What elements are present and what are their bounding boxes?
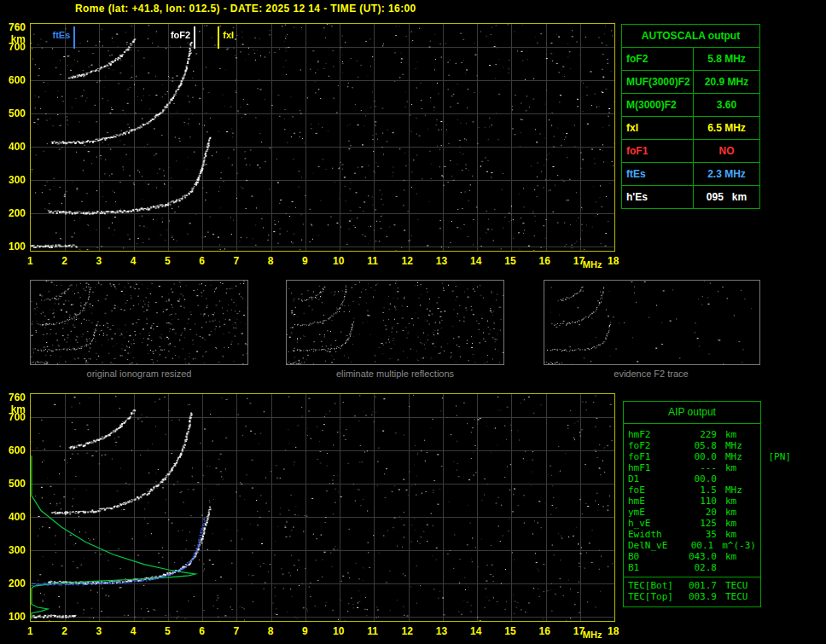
x-tick-label: 8 — [268, 255, 274, 267]
autoscala-row-label: fxI — [622, 117, 694, 139]
autoscala-row-value: 5.8 MHz — [694, 48, 759, 70]
aip-row-foF1: foF1 00.0 MHz [PN] — [624, 451, 760, 462]
x-tick-label: 4 — [131, 255, 137, 267]
aip-value: 00.1 — [679, 540, 713, 551]
autoscala-row-value: 3.60 — [694, 94, 759, 116]
aip-row-foF2: foF2 05.8 MHz — [624, 440, 760, 451]
x-tick-label: 8 — [268, 625, 274, 637]
aip-row-TEC-top: TEC[Top] 003.9 TECU — [624, 591, 760, 602]
y-tick-label: 100 — [3, 241, 26, 252]
autoscala-row-foF2: foF2 5.8 MHz — [622, 47, 759, 70]
autoscala-row-m3000f2: M(3000)F2 3.60 — [622, 93, 759, 116]
y-tick-label: 500 — [3, 478, 26, 490]
x-tick-label: 11 — [367, 625, 378, 637]
aip-label: ymE — [628, 507, 681, 518]
page-title: Rome (lat: +41.8, lon: 012.5) - DATE: 20… — [75, 3, 416, 15]
x-tick-label: 12 — [402, 625, 413, 637]
autoscala-row-label: foF1 — [622, 140, 694, 162]
x-tick-label: 6 — [199, 255, 205, 267]
autoscala-row-label: foF2 — [622, 48, 694, 70]
y-tick-label: 500 — [3, 107, 26, 119]
thumbnail-eliminate-reflections — [286, 280, 504, 365]
autoscala-panel: AUTOSCALA output foF2 5.8 MHz MUF(3000)F… — [621, 24, 760, 209]
aip-unit: km — [725, 518, 736, 529]
x-tick-label: 10 — [333, 255, 344, 267]
aip-value: 003.9 — [681, 591, 717, 602]
autoscala-row-label: M(3000)F2 — [622, 94, 694, 116]
aip-title: AIP output — [624, 402, 760, 424]
y-tick-label: 760 — [3, 21, 26, 33]
x-tick-label: 1 — [27, 625, 33, 637]
aip-unit: MHz — [725, 484, 742, 496]
y-axis-unit: km — [3, 33, 26, 45]
autoscala-row-value: 095 km — [694, 186, 759, 208]
x-tick-label: 1 — [27, 255, 33, 267]
aip-label: foE — [628, 484, 681, 496]
y-tick-label: 200 — [3, 207, 26, 219]
x-tick-label: 18 — [608, 625, 619, 637]
autoscala-row-muf3000f2: MUF(3000)F2 20.9 MHz — [622, 70, 759, 93]
aip-unit: km — [725, 507, 736, 518]
aip-row-hmF1: hmF1 --- km — [624, 462, 760, 473]
thumbnail-caption-evidence: evidence F2 trace — [542, 368, 760, 379]
aip-unit: MHz — [725, 440, 742, 451]
x-tick-label: 7 — [233, 255, 239, 267]
thumbnail-original-canvas — [31, 281, 247, 364]
x-tick-label: 5 — [165, 255, 171, 267]
ionogram-main-plot — [30, 23, 615, 252]
aip-row-h_vE: h_vE 125 km — [624, 518, 760, 529]
y-axis-unit: km — [3, 403, 26, 415]
aip-label: B1 — [628, 562, 681, 573]
aip-row-foE: foE 1.5 MHz — [624, 484, 760, 496]
aip-unit: km — [725, 551, 736, 562]
aip-value: 00.0 — [681, 451, 717, 462]
aip-row-B1: B1 02.8 — [624, 562, 760, 573]
marker-label-ftEs: ftEs — [41, 30, 70, 40]
thumbnail-original-ionogram — [30, 280, 248, 365]
thumbnail-evidence-f2 — [544, 280, 760, 365]
marker-line-fxI — [218, 26, 219, 49]
x-tick-label: 16 — [539, 255, 550, 267]
autoscala-row-label: MUF(3000)F2 — [622, 71, 694, 93]
x-tick-label: 2 — [61, 625, 67, 637]
y-tick-label: 200 — [3, 577, 26, 589]
aip-value: 00.0 — [681, 473, 717, 484]
aip-unit: km — [725, 462, 736, 473]
aip-label: Ewidth — [628, 529, 681, 540]
x-tick-label: 7 — [233, 625, 239, 637]
aip-label: TEC[Top] — [628, 591, 681, 602]
x-tick-label: 9 — [302, 255, 308, 267]
x-tick-label: 4 — [131, 625, 137, 637]
y-tick-label: 760 — [3, 392, 26, 403]
x-tick-label: 16 — [539, 625, 550, 637]
x-tick-label: 9 — [302, 625, 308, 637]
aip-value: 110 — [681, 496, 717, 507]
x-tick-label: 15 — [504, 255, 515, 267]
aip-row-ymE: ymE 20 km — [624, 507, 760, 518]
x-tick-label: 18 — [608, 255, 619, 267]
aip-row-hmF2: hmF2 229 km — [624, 429, 760, 440]
aip-unit: km — [725, 496, 736, 507]
aip-label: D1 — [628, 473, 681, 484]
x-tick-label: 11 — [367, 255, 378, 267]
autoscala-row-foF1: foF1 NO — [622, 139, 759, 162]
aip-unit: km — [725, 529, 736, 540]
autoscala-row-fxI: fxI 6.5 MHz — [622, 116, 759, 139]
aip-label: hmE — [628, 496, 681, 507]
autoscala-row-value: 2.3 MHz — [694, 163, 759, 185]
aip-label: foF1 — [628, 451, 681, 462]
aip-value: 001.7 — [681, 580, 717, 591]
aip-row-DelN_vE: DelN_vE 00.1 m^(-3) — [624, 540, 760, 551]
aip-unit: MHz — [725, 451, 742, 462]
aip-label: TEC[Bot] — [628, 580, 681, 591]
aip-label: DelN_vE — [628, 540, 679, 551]
aip-label: B0 — [628, 551, 681, 562]
x-tick-label: 14 — [470, 625, 481, 637]
marker-line-ftEs — [73, 26, 75, 49]
x-tick-label: 5 — [165, 625, 171, 637]
aip-note-pn: [PN] — [769, 451, 792, 462]
aip-row-D1: D1 00.0 — [624, 473, 760, 484]
aip-row-Ewidth: Ewidth 35 km — [624, 529, 760, 540]
x-tick-label: 10 — [333, 625, 344, 637]
thumbnail-caption-original: original ionogram resized — [30, 368, 248, 379]
